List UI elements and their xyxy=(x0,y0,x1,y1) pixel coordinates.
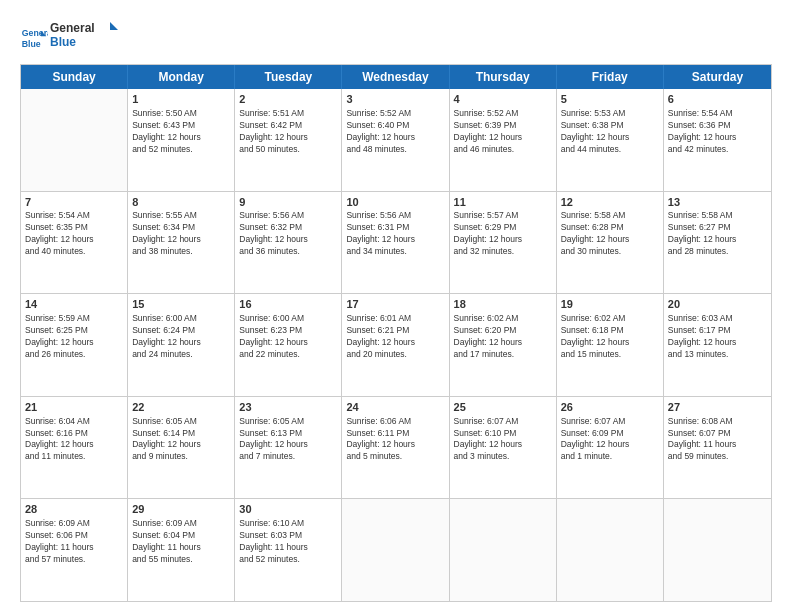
day-number: 21 xyxy=(25,400,123,415)
day-cell-15: 15Sunrise: 6:00 AM Sunset: 6:24 PM Dayli… xyxy=(128,294,235,396)
day-number: 3 xyxy=(346,92,444,107)
header-day-saturday: Saturday xyxy=(664,65,771,89)
day-cell-30: 30Sunrise: 6:10 AM Sunset: 6:03 PM Dayli… xyxy=(235,499,342,601)
calendar-body: 1Sunrise: 5:50 AM Sunset: 6:43 PM Daylig… xyxy=(21,89,771,601)
day-cell-2: 2Sunrise: 5:51 AM Sunset: 6:42 PM Daylig… xyxy=(235,89,342,191)
week-row-4: 21Sunrise: 6:04 AM Sunset: 6:16 PM Dayli… xyxy=(21,397,771,500)
day-cell-27: 27Sunrise: 6:08 AM Sunset: 6:07 PM Dayli… xyxy=(664,397,771,499)
day-info: Sunrise: 6:05 AM Sunset: 6:14 PM Dayligh… xyxy=(132,416,230,464)
day-cell-13: 13Sunrise: 5:58 AM Sunset: 6:27 PM Dayli… xyxy=(664,192,771,294)
header-day-thursday: Thursday xyxy=(450,65,557,89)
header-day-sunday: Sunday xyxy=(21,65,128,89)
day-info: Sunrise: 6:06 AM Sunset: 6:11 PM Dayligh… xyxy=(346,416,444,464)
day-info: Sunrise: 5:54 AM Sunset: 6:35 PM Dayligh… xyxy=(25,210,123,258)
day-number: 24 xyxy=(346,400,444,415)
svg-text:Blue: Blue xyxy=(22,39,41,49)
empty-cell xyxy=(21,89,128,191)
day-info: Sunrise: 6:01 AM Sunset: 6:21 PM Dayligh… xyxy=(346,313,444,361)
day-cell-9: 9Sunrise: 5:56 AM Sunset: 6:32 PM Daylig… xyxy=(235,192,342,294)
day-info: Sunrise: 6:08 AM Sunset: 6:07 PM Dayligh… xyxy=(668,416,767,464)
day-info: Sunrise: 5:59 AM Sunset: 6:25 PM Dayligh… xyxy=(25,313,123,361)
empty-cell xyxy=(342,499,449,601)
day-cell-17: 17Sunrise: 6:01 AM Sunset: 6:21 PM Dayli… xyxy=(342,294,449,396)
day-cell-18: 18Sunrise: 6:02 AM Sunset: 6:20 PM Dayli… xyxy=(450,294,557,396)
day-info: Sunrise: 5:52 AM Sunset: 6:39 PM Dayligh… xyxy=(454,108,552,156)
header-day-tuesday: Tuesday xyxy=(235,65,342,89)
empty-cell xyxy=(450,499,557,601)
day-cell-8: 8Sunrise: 5:55 AM Sunset: 6:34 PM Daylig… xyxy=(128,192,235,294)
day-number: 26 xyxy=(561,400,659,415)
day-number: 23 xyxy=(239,400,337,415)
day-number: 2 xyxy=(239,92,337,107)
header: General Blue General Blue xyxy=(20,18,772,58)
day-number: 8 xyxy=(132,195,230,210)
day-number: 1 xyxy=(132,92,230,107)
empty-cell xyxy=(557,499,664,601)
day-number: 25 xyxy=(454,400,552,415)
svg-text:Blue: Blue xyxy=(50,35,76,49)
day-info: Sunrise: 5:58 AM Sunset: 6:27 PM Dayligh… xyxy=(668,210,767,258)
week-row-1: 1Sunrise: 5:50 AM Sunset: 6:43 PM Daylig… xyxy=(21,89,771,192)
day-number: 19 xyxy=(561,297,659,312)
header-day-wednesday: Wednesday xyxy=(342,65,449,89)
day-cell-3: 3Sunrise: 5:52 AM Sunset: 6:40 PM Daylig… xyxy=(342,89,449,191)
day-info: Sunrise: 6:07 AM Sunset: 6:10 PM Dayligh… xyxy=(454,416,552,464)
day-cell-11: 11Sunrise: 5:57 AM Sunset: 6:29 PM Dayli… xyxy=(450,192,557,294)
day-info: Sunrise: 6:10 AM Sunset: 6:03 PM Dayligh… xyxy=(239,518,337,566)
day-number: 29 xyxy=(132,502,230,517)
day-info: Sunrise: 6:02 AM Sunset: 6:20 PM Dayligh… xyxy=(454,313,552,361)
day-info: Sunrise: 5:55 AM Sunset: 6:34 PM Dayligh… xyxy=(132,210,230,258)
day-cell-12: 12Sunrise: 5:58 AM Sunset: 6:28 PM Dayli… xyxy=(557,192,664,294)
day-cell-26: 26Sunrise: 6:07 AM Sunset: 6:09 PM Dayli… xyxy=(557,397,664,499)
day-info: Sunrise: 5:50 AM Sunset: 6:43 PM Dayligh… xyxy=(132,108,230,156)
day-cell-14: 14Sunrise: 5:59 AM Sunset: 6:25 PM Dayli… xyxy=(21,294,128,396)
day-info: Sunrise: 6:09 AM Sunset: 6:04 PM Dayligh… xyxy=(132,518,230,566)
day-number: 20 xyxy=(668,297,767,312)
page: General Blue General Blue SundayMondayTu… xyxy=(0,0,792,612)
day-cell-25: 25Sunrise: 6:07 AM Sunset: 6:10 PM Dayli… xyxy=(450,397,557,499)
day-info: Sunrise: 6:02 AM Sunset: 6:18 PM Dayligh… xyxy=(561,313,659,361)
logo-svg: General Blue xyxy=(50,18,120,54)
day-number: 4 xyxy=(454,92,552,107)
day-info: Sunrise: 5:58 AM Sunset: 6:28 PM Dayligh… xyxy=(561,210,659,258)
day-number: 12 xyxy=(561,195,659,210)
day-cell-10: 10Sunrise: 5:56 AM Sunset: 6:31 PM Dayli… xyxy=(342,192,449,294)
day-info: Sunrise: 5:56 AM Sunset: 6:32 PM Dayligh… xyxy=(239,210,337,258)
day-number: 15 xyxy=(132,297,230,312)
day-cell-16: 16Sunrise: 6:00 AM Sunset: 6:23 PM Dayli… xyxy=(235,294,342,396)
day-info: Sunrise: 6:04 AM Sunset: 6:16 PM Dayligh… xyxy=(25,416,123,464)
day-cell-4: 4Sunrise: 5:52 AM Sunset: 6:39 PM Daylig… xyxy=(450,89,557,191)
day-cell-21: 21Sunrise: 6:04 AM Sunset: 6:16 PM Dayli… xyxy=(21,397,128,499)
day-number: 7 xyxy=(25,195,123,210)
svg-text:General: General xyxy=(22,28,48,38)
week-row-5: 28Sunrise: 6:09 AM Sunset: 6:06 PM Dayli… xyxy=(21,499,771,601)
day-info: Sunrise: 6:00 AM Sunset: 6:24 PM Dayligh… xyxy=(132,313,230,361)
header-day-friday: Friday xyxy=(557,65,664,89)
logo-icon: General Blue xyxy=(20,24,48,52)
day-info: Sunrise: 6:09 AM Sunset: 6:06 PM Dayligh… xyxy=(25,518,123,566)
empty-cell xyxy=(664,499,771,601)
day-number: 14 xyxy=(25,297,123,312)
day-cell-24: 24Sunrise: 6:06 AM Sunset: 6:11 PM Dayli… xyxy=(342,397,449,499)
day-info: Sunrise: 6:03 AM Sunset: 6:17 PM Dayligh… xyxy=(668,313,767,361)
calendar-header: SundayMondayTuesdayWednesdayThursdayFrid… xyxy=(21,65,771,89)
day-info: Sunrise: 5:52 AM Sunset: 6:40 PM Dayligh… xyxy=(346,108,444,156)
day-info: Sunrise: 5:53 AM Sunset: 6:38 PM Dayligh… xyxy=(561,108,659,156)
day-cell-5: 5Sunrise: 5:53 AM Sunset: 6:38 PM Daylig… xyxy=(557,89,664,191)
day-cell-22: 22Sunrise: 6:05 AM Sunset: 6:14 PM Dayli… xyxy=(128,397,235,499)
week-row-3: 14Sunrise: 5:59 AM Sunset: 6:25 PM Dayli… xyxy=(21,294,771,397)
day-info: Sunrise: 6:05 AM Sunset: 6:13 PM Dayligh… xyxy=(239,416,337,464)
day-number: 27 xyxy=(668,400,767,415)
svg-marker-5 xyxy=(110,22,118,30)
logo: General Blue General Blue xyxy=(20,18,120,58)
calendar: SundayMondayTuesdayWednesdayThursdayFrid… xyxy=(20,64,772,602)
day-info: Sunrise: 5:54 AM Sunset: 6:36 PM Dayligh… xyxy=(668,108,767,156)
svg-text:General: General xyxy=(50,21,95,35)
day-number: 22 xyxy=(132,400,230,415)
day-number: 30 xyxy=(239,502,337,517)
day-cell-29: 29Sunrise: 6:09 AM Sunset: 6:04 PM Dayli… xyxy=(128,499,235,601)
day-info: Sunrise: 5:57 AM Sunset: 6:29 PM Dayligh… xyxy=(454,210,552,258)
day-cell-20: 20Sunrise: 6:03 AM Sunset: 6:17 PM Dayli… xyxy=(664,294,771,396)
day-info: Sunrise: 6:00 AM Sunset: 6:23 PM Dayligh… xyxy=(239,313,337,361)
day-cell-28: 28Sunrise: 6:09 AM Sunset: 6:06 PM Dayli… xyxy=(21,499,128,601)
